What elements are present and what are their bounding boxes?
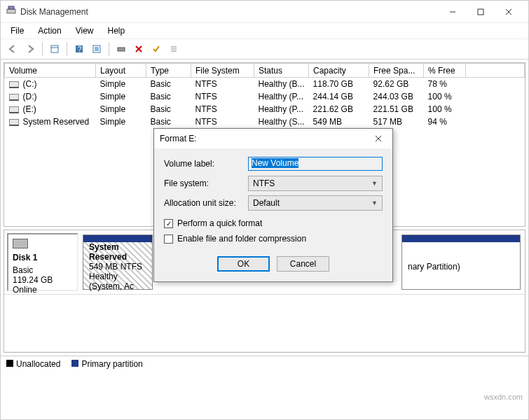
drive-icon	[9, 81, 19, 88]
compression-checkbox[interactable]: Enable file and folder compression	[164, 234, 383, 244]
svg-rect-12	[118, 48, 125, 51]
menu-view[interactable]: View	[70, 24, 99, 37]
maximize-button[interactable]	[467, 2, 495, 22]
legend-bar: Unallocated Primary partition	[1, 356, 528, 371]
refresh-icon[interactable]	[89, 41, 104, 57]
allocation-combo[interactable]: Default▼	[248, 195, 383, 211]
legend-unallocated: Unallocated	[6, 359, 60, 369]
svg-rect-1	[8, 6, 14, 9]
disk-size: 119.24 GB	[13, 275, 73, 285]
disk-info-box[interactable]: Disk 1 Basic 119.24 GB Online	[7, 233, 78, 291]
col-fs[interactable]: File System	[191, 64, 254, 78]
col-volume[interactable]: Volume	[5, 64, 96, 78]
dialog-close-button[interactable]	[370, 132, 387, 146]
menu-help[interactable]: Help	[102, 24, 131, 37]
dialog-titlebar: Format E:	[154, 129, 392, 148]
list-icon[interactable]	[166, 41, 181, 57]
minimize-button[interactable]	[439, 2, 467, 22]
partition-title: System Reserved	[89, 242, 146, 262]
table-row[interactable]: (E:)SimpleBasicNTFSHealthy (P...221.62 G…	[5, 103, 525, 115]
svg-rect-3	[478, 9, 483, 15]
svg-rect-0	[7, 9, 15, 13]
toolbar: ?	[1, 38, 528, 59]
svg-rect-6	[51, 46, 58, 52]
menu-action[interactable]: Action	[32, 24, 67, 37]
dialog-title: Format E:	[160, 134, 370, 144]
drive-icon	[9, 106, 19, 113]
drive-icon	[9, 94, 19, 101]
watermark-text: wsxdn.com	[484, 393, 523, 401]
col-status[interactable]: Status	[254, 64, 309, 78]
app-window: Disk Management File Action View Help ?	[0, 0, 529, 420]
svg-rect-11	[95, 47, 99, 51]
disk-name: Disk 1	[13, 253, 73, 262]
label-filesystem: File system:	[164, 178, 248, 188]
menu-file[interactable]: File	[5, 24, 29, 37]
show-icon[interactable]	[47, 41, 62, 57]
disk-status: Online	[13, 285, 73, 295]
checkbox-icon	[164, 234, 173, 244]
check-icon[interactable]	[149, 41, 164, 57]
menubar: File Action View Help	[1, 23, 528, 38]
delete-icon[interactable]	[131, 41, 146, 57]
help-icon[interactable]: ?	[71, 41, 87, 57]
window-title: Disk Management	[20, 7, 439, 17]
table-header-row: Volume Layout Type File System Status Ca…	[5, 64, 525, 78]
col-spacer	[466, 64, 525, 78]
chevron-down-icon: ▼	[371, 200, 378, 206]
settings-icon[interactable]	[114, 41, 129, 57]
close-button[interactable]	[495, 2, 523, 22]
partition-system-reserved[interactable]: System Reserved 549 MB NTFS Healthy (Sys…	[83, 234, 153, 290]
format-dialog: Format E: Volume label: New Volume File …	[153, 128, 393, 282]
partition-status: Healthy (System, Ac	[89, 272, 146, 291]
label-allocation: Allocation unit size:	[164, 198, 248, 208]
disk-type: Basic	[13, 265, 73, 275]
col-capacity[interactable]: Capacity	[309, 64, 369, 78]
forward-icon[interactable]	[22, 41, 38, 57]
partition-status: nary Partition)	[408, 262, 514, 272]
app-icon	[6, 6, 16, 18]
table-row[interactable]: (C:)SimpleBasicNTFSHealthy (B...118.70 G…	[5, 78, 525, 91]
table-row[interactable]: (D:)SimpleBasicNTFSHealthy (P...244.14 G…	[5, 90, 525, 103]
titlebar: Disk Management	[1, 1, 528, 23]
cancel-button[interactable]: Cancel	[277, 256, 329, 272]
svg-text:?: ?	[78, 46, 82, 53]
filesystem-combo[interactable]: NTFS▼	[248, 176, 383, 191]
label-volume: Volume label:	[164, 159, 248, 169]
partition-primary[interactable]: nary Partition)	[401, 234, 521, 290]
drive-icon	[9, 119, 19, 126]
col-layout[interactable]: Layout	[96, 64, 146, 78]
partition-size: 549 MB NTFS	[89, 262, 146, 272]
col-free[interactable]: Free Spa...	[369, 64, 424, 78]
volume-table: Volume Layout Type File System Status Ca…	[4, 63, 525, 128]
disk-icon	[13, 239, 28, 248]
col-pct[interactable]: % Free	[424, 64, 466, 78]
legend-primary: Primary partition	[71, 359, 142, 369]
quick-format-checkbox[interactable]: ✓ Perform a quick format	[164, 218, 383, 228]
col-type[interactable]: Type	[146, 64, 191, 78]
table-row[interactable]: System ReservedSimpleBasicNTFSHealthy (S…	[5, 115, 525, 128]
checkbox-icon: ✓	[164, 219, 173, 228]
ok-button[interactable]: OK	[217, 256, 270, 272]
chevron-down-icon: ▼	[371, 180, 378, 187]
back-icon[interactable]	[5, 41, 20, 57]
volume-label-input[interactable]: New Volume	[248, 157, 383, 171]
